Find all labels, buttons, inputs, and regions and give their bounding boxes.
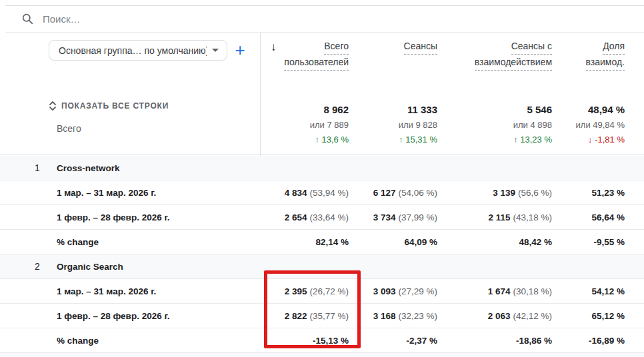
table-row: 1 мар. – 31 мар. 2026 г. 4 834(53,94 %) …: [0, 180, 644, 205]
row-label: Organic Search: [57, 254, 123, 278]
row-label: 1 мар. – 31 мар. 2026 г.: [57, 279, 156, 303]
metric-value: -18,86 %: [516, 336, 552, 346]
totals-cell-total-users: 8 962 или 7 889 ↑ 13,6 %: [260, 93, 355, 147]
totals-row: Всего 8 962 или 7 889 ↑ 13,6 % 11 333 ил…: [0, 93, 644, 155]
metric-percent: (53,94 %): [309, 188, 349, 198]
metric-percent: (32,23 %): [398, 311, 437, 321]
metric-value: -2,37 %: [406, 336, 437, 346]
search-icon: [22, 13, 33, 25]
metric-percent: (37,99 %): [398, 212, 437, 222]
metric-percent: (33,64 %): [309, 212, 349, 222]
table-body: 1 Cross-network 1 мар. – 31 мар. 2026 г.…: [0, 156, 644, 353]
dimension-dropdown-value: Основная группа… по умолчанию): [59, 45, 207, 56]
analytics-report-table: Основная группа… по умолчанию) + ПОКАЗАТ…: [0, 0, 644, 357]
metric-value: 64,09 %: [404, 237, 437, 247]
dimension-dropdown[interactable]: Основная группа… по умолчанию): [49, 40, 227, 61]
metric-percent: (26,72 %): [309, 286, 349, 296]
metric-value: 2 115: [488, 212, 510, 222]
search-bar: [0, 6, 644, 32]
metric-value: -9,55 %: [593, 237, 625, 247]
metric-value: 1 674: [488, 286, 511, 296]
metric-percent: (42,12 %): [513, 311, 552, 321]
metric-value: 3 168: [373, 311, 396, 321]
metric-percent: (54,06 %): [398, 188, 437, 198]
next-row-edge: [0, 353, 644, 357]
search-input[interactable]: [43, 13, 469, 25]
sort-descending-icon[interactable]: ↓: [271, 41, 277, 54]
table-row-group: 1 Cross-network: [0, 156, 644, 180]
metric-percent: (56,6 %): [518, 188, 552, 198]
metric-value: 51,23 %: [591, 188, 625, 198]
metric-value: 3 139: [493, 188, 515, 198]
table-row: % change 82,14 % 64,09 % 48,42 % -9,55 %: [0, 230, 644, 254]
row-label: % change: [57, 328, 99, 352]
metric-value: 2 654: [285, 212, 307, 222]
column-header-engaged-sessions[interactable]: Сеансы с взаимодействием: [444, 39, 559, 71]
row-label: 1 февр. – 28 февр. 2026 г.: [57, 304, 169, 328]
metric-value: 6 127: [373, 188, 396, 198]
metric-percent: (43,18 %): [513, 212, 552, 222]
row-label: Cross-network: [57, 156, 120, 180]
change-badge: ↑ 13,6 %: [260, 132, 349, 147]
metric-value: 48,42 %: [519, 237, 552, 247]
table-row-group: 2 Organic Search: [0, 254, 644, 279]
metric-value: 2 395: [285, 286, 307, 296]
change-badge: ↑ 15,31 %: [355, 132, 437, 147]
row-label: % change: [57, 230, 99, 254]
column-header-sessions[interactable]: Сеансы: [355, 39, 444, 71]
totals-label: Всего: [57, 123, 81, 134]
metric-value: 2 822: [285, 311, 307, 321]
metric-value: 3 093: [373, 286, 396, 296]
totals-cell-engaged-sessions: 5 546 или 4 898 ↑ 13,23 %: [444, 93, 559, 147]
change-badge: ↓ -1,81 %: [559, 132, 625, 147]
table-header: Основная группа… по умолчанию) + ПОКАЗАТ…: [0, 33, 644, 93]
metric-value: 56,64 %: [591, 212, 625, 222]
metric-value: -15,13 %: [313, 336, 349, 346]
row-number: 2: [27, 254, 48, 278]
metric-value: 54,12 %: [591, 286, 625, 296]
row-number: 1: [27, 156, 48, 180]
metric-value: 82,14 %: [315, 237, 349, 247]
metric-value: 2 063: [488, 311, 511, 321]
column-header-engagement-rate[interactable]: Доля взаимод.: [559, 39, 644, 71]
totals-cell-engagement-rate: 48,94 % или 49,84 % ↓ -1,81 %: [559, 93, 644, 147]
row-label: 1 мар. – 31 мар. 2026 г.: [57, 180, 156, 204]
table-row: 1 февр. – 28 февр. 2026 г. 2 822(35,77 %…: [0, 304, 644, 328]
add-dimension-button[interactable]: +: [231, 39, 249, 61]
change-badge: ↑ 13,23 %: [444, 132, 552, 147]
metric-value: -16,89 %: [589, 336, 625, 346]
metric-headers: ↓ Всего пользователей Сеансы Сеансы с вз…: [260, 39, 644, 71]
metric-value: 4 834: [285, 188, 307, 198]
metric-percent: (27,29 %): [398, 286, 437, 296]
table-row: 1 февр. – 28 февр. 2026 г. 2 654(33,64 %…: [0, 205, 644, 230]
row-label: 1 февр. – 28 февр. 2026 г.: [57, 205, 169, 229]
table-row: 1 мар. – 31 мар. 2026 г. 2 395(26,72 %) …: [0, 279, 644, 304]
metric-value: 65,12 %: [591, 311, 625, 321]
totals-cell-sessions: 11 333 или 9 828 ↑ 15,31 %: [355, 93, 444, 147]
dropdown-arrow-icon: [212, 49, 219, 52]
metric-value: 3 734: [373, 212, 396, 222]
metric-percent: (35,77 %): [309, 311, 349, 321]
metric-percent: (30,18 %): [513, 286, 552, 296]
table-row: % change -15,13 % -2,37 % -18,86 % -16,8…: [0, 328, 644, 353]
